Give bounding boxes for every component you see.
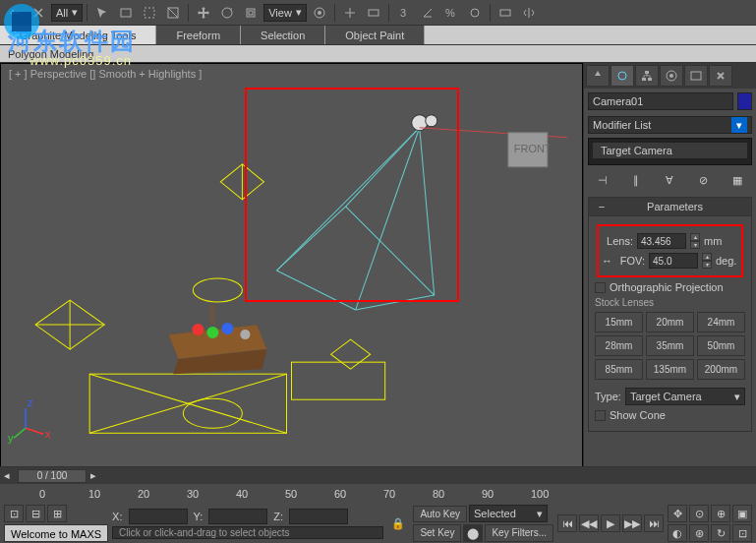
rotate-icon[interactable]	[216, 2, 238, 24]
select-icon[interactable]	[91, 2, 113, 24]
key-filter-dropdown[interactable]: Selected▾	[469, 505, 548, 522]
coord-z-input[interactable]	[289, 509, 348, 524]
motion-tab-icon[interactable]	[660, 65, 683, 87]
object-name-input[interactable]	[588, 92, 733, 110]
make-unique-icon[interactable]: ∀	[661, 171, 678, 189]
svg-text:z: z	[28, 396, 33, 408]
window-crossing-icon[interactable]	[162, 2, 184, 24]
stack-item-camera[interactable]: Target Camera	[593, 143, 747, 158]
site-logo	[2, 2, 41, 41]
setkey-button[interactable]: Set Key	[413, 524, 461, 542]
viewport-label[interactable]: [ + ] Perspective [] Smooth + Highlights…	[9, 68, 202, 80]
utilities-tab-icon[interactable]	[709, 65, 732, 87]
remove-mod-icon[interactable]: ⊘	[695, 171, 713, 189]
next-frame-icon[interactable]: ▶▶	[622, 514, 642, 532]
move-icon[interactable]	[193, 2, 214, 24]
viewport[interactable]: [ + ] Perspective [] Smooth + Highlights…	[0, 63, 583, 478]
lens-preset-24mm[interactable]: 24mm	[697, 312, 745, 332]
goto-start-icon[interactable]: ⏮	[557, 514, 577, 532]
coord-x-input[interactable]	[129, 509, 188, 524]
nav-dolly-icon[interactable]: ⊛	[689, 524, 709, 542]
configure-icon[interactable]: ▦	[728, 171, 746, 189]
select-name-icon[interactable]	[115, 2, 137, 24]
nav-zoom-icon[interactable]: ⊕	[711, 505, 730, 522]
goto-end-icon[interactable]: ⏭	[644, 514, 664, 532]
tick-label: 10	[88, 488, 100, 500]
modifier-stack[interactable]: Target Camera	[588, 138, 752, 165]
modify-tab-icon[interactable]	[611, 65, 634, 87]
lens-label: Lens:	[602, 235, 633, 247]
svg-rect-51	[645, 71, 649, 74]
svg-point-14	[471, 9, 479, 17]
nav-pan-icon[interactable]: ✥	[668, 505, 687, 522]
ref-coord-dropdown[interactable]: View▾	[263, 4, 307, 22]
select-rect-icon[interactable]	[139, 2, 160, 24]
named-sel-icon[interactable]	[494, 2, 516, 24]
key-icon[interactable]: ⬤	[463, 524, 483, 542]
display-tab-icon[interactable]	[684, 65, 708, 87]
lock-icon[interactable]: 🔒	[387, 513, 409, 534]
autokey-button[interactable]: Auto Key	[413, 506, 467, 522]
tab-freeform[interactable]: Freeform	[156, 26, 241, 44]
lens-preset-200mm[interactable]: 200mm	[697, 359, 745, 380]
svg-rect-15	[500, 10, 510, 16]
time-slider[interactable]: 0 / 100	[18, 469, 87, 483]
nav-fov-icon[interactable]: ▣	[732, 505, 752, 522]
tick-label: 70	[383, 488, 395, 500]
pin-stack-icon[interactable]: ⊣	[594, 171, 611, 189]
nav-max-icon[interactable]: ⊡	[732, 524, 752, 542]
svg-text:%: %	[445, 7, 455, 19]
coord-y-input[interactable]	[208, 509, 267, 524]
timeline-ruler[interactable]: 0102030405060708090100	[0, 484, 756, 504]
type-label: Type:	[595, 391, 621, 402]
pivot-icon[interactable]	[309, 2, 330, 24]
selection-filter-dropdown[interactable]: All▾	[51, 4, 83, 22]
keyfilters-button[interactable]: Key Filters...	[485, 524, 553, 542]
track-left-icon[interactable]: ⊡	[4, 505, 24, 522]
prev-frame-icon[interactable]: ◀◀	[579, 514, 599, 532]
camera-type-dropdown[interactable]: Target Camera▾	[625, 388, 745, 405]
hierarchy-tab-icon[interactable]	[635, 65, 659, 87]
ortho-checkbox[interactable]: Orthographic Projection	[595, 281, 745, 293]
tick-label: 90	[482, 488, 494, 500]
show-cone-checkbox[interactable]: Show Cone	[595, 409, 745, 421]
snap-icon[interactable]: 3	[393, 2, 415, 24]
nav-walk-icon[interactable]: ⊙	[689, 505, 709, 522]
fov-spinner[interactable]: ▴▾	[702, 253, 712, 269]
lens-spinner[interactable]: ▴▾	[690, 233, 700, 249]
lens-preset-135mm[interactable]: 135mm	[646, 359, 694, 380]
mirror-icon[interactable]	[518, 2, 540, 24]
scale-icon[interactable]	[240, 2, 262, 24]
show-result-icon[interactable]: ∥	[627, 171, 645, 189]
create-tab-icon[interactable]	[586, 65, 610, 87]
keyboard-icon[interactable]	[363, 2, 384, 24]
track-mid-icon[interactable]: ⊟	[26, 505, 45, 522]
lens-preset-50mm[interactable]: 50mm	[697, 335, 745, 356]
lens-preset-28mm[interactable]: 28mm	[595, 335, 643, 356]
manipulate-icon[interactable]	[339, 2, 361, 24]
lens-preset-15mm[interactable]: 15mm	[595, 312, 643, 332]
track-right-icon[interactable]: ⊞	[47, 505, 67, 522]
angle-snap-icon[interactable]	[417, 2, 438, 24]
lens-preset-20mm[interactable]: 20mm	[646, 312, 694, 332]
coord-y-label: Y:	[194, 511, 204, 522]
highlight-lens-fov: Lens: ▴▾ mm ↔ FOV: ▴▾ deg.	[597, 224, 743, 277]
tab-selection[interactable]: Selection	[241, 26, 325, 44]
watermark-url: www.pc0359.cn	[29, 53, 132, 68]
spinner-snap-icon[interactable]	[464, 2, 486, 24]
percent-snap-icon[interactable]: %	[440, 2, 462, 24]
nav-orbit-icon[interactable]: ◐	[668, 524, 687, 542]
fov-direction-icon[interactable]: ↔	[602, 255, 615, 267]
nav-roll-icon[interactable]: ↻	[711, 524, 730, 542]
lens-input[interactable]	[637, 233, 686, 249]
tab-object-paint[interactable]: Object Paint	[325, 26, 425, 44]
rollout-header[interactable]: − Parameters	[588, 197, 752, 216]
lens-preset-35mm[interactable]: 35mm	[646, 335, 694, 356]
modifier-list-dropdown[interactable]: Modifier List▾	[588, 116, 752, 134]
svg-text:x: x	[45, 428, 51, 440]
lens-preset-85mm[interactable]: 85mm	[595, 359, 643, 380]
object-color-swatch[interactable]	[737, 92, 752, 110]
play-icon[interactable]: ▶	[601, 514, 620, 532]
fov-input[interactable]	[649, 253, 698, 269]
time-slider-bar[interactable]: ◂ 0 / 100 ▸	[0, 466, 756, 484]
